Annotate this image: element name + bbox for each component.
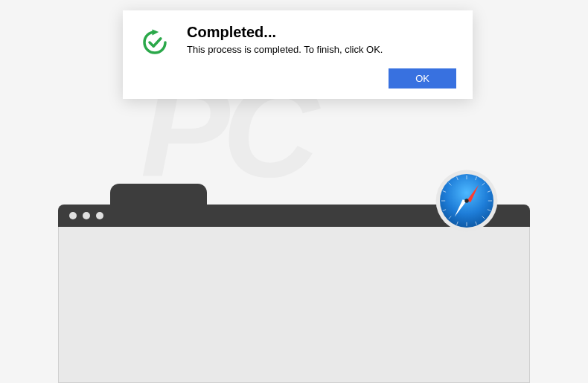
browser-tab[interactable] xyxy=(110,184,207,206)
completion-dialog: Completed... This process is completed. … xyxy=(123,10,473,99)
minimize-icon[interactable] xyxy=(83,212,90,219)
maximize-icon[interactable] xyxy=(96,212,103,219)
ok-button[interactable]: OK xyxy=(389,68,456,88)
close-icon[interactable] xyxy=(69,212,77,219)
traffic-lights xyxy=(69,212,103,219)
browser-content xyxy=(58,227,530,383)
dialog-message: This process is completed. To finish, cl… xyxy=(187,44,456,55)
checkmark-refresh-icon xyxy=(139,27,170,58)
browser-window xyxy=(58,205,530,383)
svg-marker-21 xyxy=(153,30,159,36)
safari-icon xyxy=(433,167,500,234)
svg-point-20 xyxy=(464,199,468,202)
dialog-title: Completed... xyxy=(187,24,456,41)
